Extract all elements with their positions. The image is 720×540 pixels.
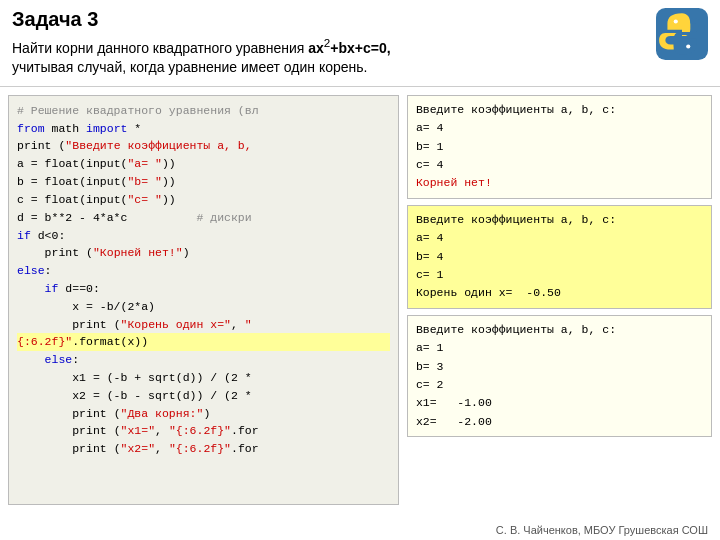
python-logo-icon bbox=[656, 8, 708, 60]
svg-point-2 bbox=[686, 44, 690, 48]
svg-point-1 bbox=[674, 19, 678, 23]
footer: С. В. Чайченков, МБОУ Грушевская СОШ bbox=[496, 524, 708, 536]
output3-title: Введите коэффициенты a, b, c: bbox=[416, 323, 616, 336]
task-description: Найти корни данного квадратного уравнени… bbox=[12, 35, 646, 78]
footer-text: С. В. Чайченков, МБОУ Грушевская СОШ bbox=[496, 524, 708, 536]
output2-title: Введите коэффициенты a, b, c: bbox=[416, 213, 616, 226]
output-panels: Введите коэффициенты a, b, c: a= 4 b= 1 … bbox=[407, 95, 712, 505]
code-panel: # Решение квадратного уравнения (вл from… bbox=[8, 95, 399, 505]
output-panel-1: Введите коэффициенты a, b, c: a= 4 b= 1 … bbox=[407, 95, 712, 199]
main-content: # Решение квадратного уравнения (вл from… bbox=[0, 87, 720, 513]
output-panel-3: Введите коэффициенты a, b, c: a= 1 b= 3 … bbox=[407, 315, 712, 437]
output1-title: Введите коэффициенты a, b, c: bbox=[416, 103, 616, 116]
header-text: Задача 3 Найти корни данного квадратного… bbox=[12, 8, 646, 78]
output-panel-2: Введите коэффициенты a, b, c: a= 4 b= 4 … bbox=[407, 205, 712, 309]
task-title: Задача 3 bbox=[12, 8, 646, 31]
header: Задача 3 Найти корни данного квадратного… bbox=[0, 0, 720, 87]
